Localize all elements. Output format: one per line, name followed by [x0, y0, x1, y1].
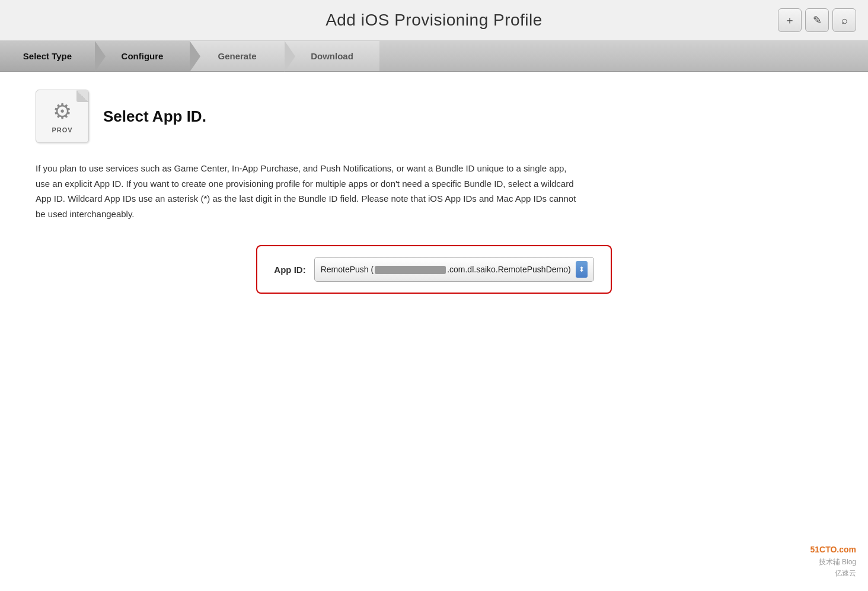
watermark: 51CTO.com 技术辅 Blog 亿速云	[810, 543, 856, 579]
app-id-label: App ID:	[274, 265, 305, 275]
section-title: Select App ID.	[103, 107, 206, 126]
add-button[interactable]: ＋	[778, 8, 802, 32]
watermark-sub1: 技术辅 Blog	[810, 557, 856, 568]
main-content: ⚙ PROV Select App ID. If you plan to use…	[0, 72, 868, 591]
app-id-redacted	[375, 266, 446, 274]
section-header: ⚙ PROV Select App ID.	[36, 90, 832, 143]
page-header: Add iOS Provisioning Profile ＋ ✎ ⌕	[0, 0, 868, 41]
watermark-sub2: 亿速云	[810, 568, 856, 579]
chevron-icon: ⬍	[576, 261, 588, 278]
step-configure[interactable]: Configure	[95, 41, 190, 71]
step-select-type[interactable]: Select Type	[0, 41, 95, 71]
step-generate[interactable]: Generate	[190, 41, 285, 71]
app-id-select-text: RemotePush (.com.dl.saiko.RemotePushDemo…	[321, 265, 571, 274]
app-id-box: App ID: RemotePush (.com.dl.saiko.Remote…	[256, 245, 611, 294]
search-button[interactable]: ⌕	[832, 8, 856, 32]
app-id-container: App ID: RemotePush (.com.dl.saiko.Remote…	[36, 245, 832, 294]
edit-button[interactable]: ✎	[805, 8, 829, 32]
step-download[interactable]: Download	[285, 41, 379, 71]
page-title: Add iOS Provisioning Profile	[326, 11, 542, 30]
watermark-logo: 51CTO.com	[810, 543, 856, 556]
header-actions: ＋ ✎ ⌕	[778, 8, 856, 32]
prov-icon-label: PROV	[52, 126, 72, 134]
app-id-select[interactable]: RemotePush (.com.dl.saiko.RemotePushDemo…	[314, 257, 594, 282]
prov-icon: ⚙ PROV	[36, 90, 89, 143]
gear-icon: ⚙	[53, 99, 72, 124]
steps-bar: Select Type Configure Generate Download	[0, 41, 868, 72]
section-description: If you plan to use services such as Game…	[36, 161, 581, 221]
